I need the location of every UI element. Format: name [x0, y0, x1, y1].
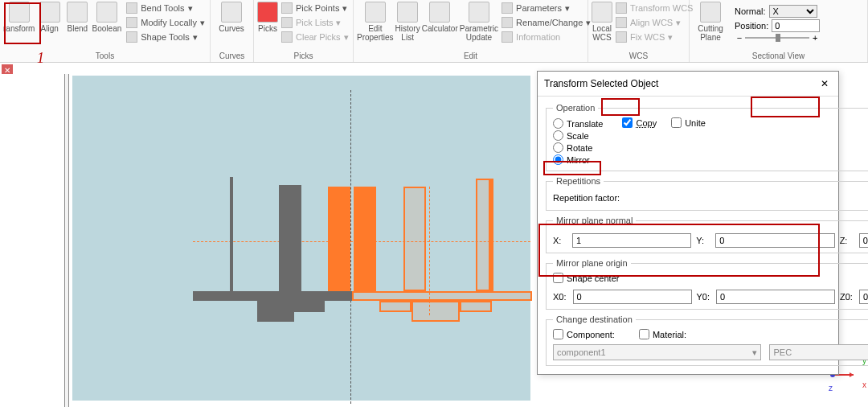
position-input[interactable] [772, 19, 820, 32]
parameters-label: Parameters [516, 3, 562, 13]
unite-label: Unite [685, 118, 706, 128]
shape-block-r3 [460, 301, 492, 312]
parameters-button[interactable]: Parameters ▾ [500, 2, 592, 14]
shape-fin-4 [403, 187, 426, 291]
copy-checkbox[interactable] [622, 117, 633, 128]
cutting-plane-icon [700, 2, 721, 23]
mirror-origin-legend: Mirror plane origin [553, 258, 631, 268]
ribbon-group-sectional: Cutting Plane Normal: X Position: − + Se… [690, 0, 868, 62]
component-value: component1 [557, 347, 606, 357]
wcs-group-label: WCS [592, 51, 686, 62]
material-value: PEC [773, 347, 792, 357]
shape-tools-button[interactable]: Shape Tools ▾ [125, 31, 207, 43]
copy-checkbox-wrap[interactable]: Copy [622, 117, 657, 128]
position-slider[interactable]: − + [735, 34, 820, 42]
mirror-normal-fieldset: Mirror plane normal X: Y: Z: [546, 216, 868, 253]
unite-checkbox-wrap[interactable]: Unite [671, 117, 706, 128]
transform-wcs-icon [616, 2, 627, 14]
history-list-button[interactable]: History List [395, 2, 420, 42]
chevron-down-icon: ▾ [752, 347, 757, 358]
shape-center-checkbox[interactable] [553, 273, 563, 283]
transform-wcs-button[interactable]: Transform WCS [614, 2, 694, 14]
repetitions-fieldset: Repetitions Repetition factor: ▲▼ [546, 176, 868, 211]
svg-marker-1 [850, 372, 854, 377]
radio-rotate[interactable] [553, 142, 563, 153]
radio-rotate-label: Rotate [567, 143, 592, 153]
rename-change-button[interactable]: Rename/Change ▾ [500, 16, 592, 29]
rename-label: Rename/Change [516, 18, 583, 27]
unite-checkbox[interactable] [671, 117, 682, 128]
blend-button[interactable]: Blend [64, 2, 91, 33]
local-wcs-button[interactable]: Local WCS [592, 2, 612, 42]
align-wcs-button[interactable]: Align WCS ▾ [614, 16, 694, 29]
transform-button[interactable]: ransform [3, 2, 35, 33]
transform-dialog: Transform Selected Object ✕ Operation Tr… [537, 71, 839, 375]
material-checkbox[interactable] [639, 329, 649, 339]
material-label: Material: [653, 330, 686, 339]
parametric-update-button[interactable]: Parametric Update [460, 2, 498, 42]
clear-picks-button[interactable]: Clear Picks ▾ [280, 31, 350, 43]
bend-tools-button[interactable]: Bend Tools ▾ [125, 2, 207, 14]
blend-label: Blend [68, 24, 88, 33]
dialog-title: Transform Selected Object [544, 78, 658, 89]
picks-icon [257, 2, 278, 23]
edit-properties-button[interactable]: Edit Properties [357, 2, 394, 42]
edit-properties-icon [365, 2, 386, 23]
modify-icon [126, 17, 137, 28]
boolean-button[interactable]: Boolean [92, 2, 122, 33]
radio-scale-label: Scale [567, 131, 589, 141]
mn-y-label: Y: [696, 236, 710, 245]
component-checkbox[interactable] [553, 329, 563, 339]
material-combo[interactable]: PEC▾ [769, 344, 868, 360]
parameters-icon [502, 2, 513, 14]
mo-y-input[interactable] [716, 290, 835, 304]
rename-icon [502, 17, 513, 28]
calculator-button[interactable]: Calculator [422, 2, 458, 33]
history-label: History List [395, 24, 420, 42]
mo-x-input[interactable] [573, 290, 692, 304]
mn-z-input[interactable] [859, 233, 868, 248]
transform-wcs-label: Transform WCS [630, 3, 693, 13]
radio-translate[interactable] [553, 118, 563, 129]
picks-button[interactable]: Picks [257, 2, 278, 33]
dialog-close-button[interactable]: ✕ [817, 76, 832, 91]
dialog-titlebar[interactable]: Transform Selected Object ✕ [538, 72, 838, 97]
position-label: Position: [735, 21, 768, 31]
pick-points-button[interactable]: Pick Points ▾ [280, 2, 350, 14]
mo-z-input[interactable] [859, 290, 868, 304]
information-button[interactable]: Information [500, 31, 592, 43]
shape-bar-left [193, 291, 354, 301]
mirror-origin-fieldset: Mirror plane origin Shape center X0: Y0:… [546, 258, 868, 310]
align-button[interactable]: Align [36, 2, 63, 33]
normal-label: Normal: [735, 6, 766, 16]
radio-scale[interactable] [553, 130, 563, 141]
modify-locally-button[interactable]: Modify Locally ▾ [125, 16, 207, 29]
picks-group-label: Picks [257, 51, 350, 62]
pick-lists-label: Pick Lists [296, 18, 333, 27]
material-checkbox-wrap[interactable]: Material: [639, 329, 686, 339]
radio-mirror[interactable] [553, 154, 563, 165]
mn-y-input[interactable] [715, 233, 834, 248]
shape-block-r2 [411, 301, 460, 322]
mo-x-label: X0: [553, 292, 567, 302]
axis-x-label: x [862, 380, 866, 389]
curves-button[interactable]: Curves [214, 2, 249, 33]
shape-center-wrap[interactable]: Shape center [553, 273, 619, 283]
shape-fin-2 [279, 185, 301, 291]
pick-lists-button[interactable]: Pick Lists ▾ [280, 16, 350, 29]
component-checkbox-wrap[interactable]: Component: [553, 329, 615, 339]
cutting-plane-label: Cutting Plane [693, 24, 728, 42]
sectional-group-label: Sectional View [693, 51, 864, 62]
calculator-label: Calculator [422, 24, 458, 33]
fix-wcs-button[interactable]: Fix WCS ▾ [614, 31, 694, 43]
ribbon-group-edit: Edit Properties History List Calculator … [354, 0, 588, 62]
copy-label: Copy [636, 118, 657, 128]
mn-x-input[interactable] [572, 233, 691, 248]
shape-fin-3 [328, 187, 350, 291]
cutting-plane-button[interactable]: Cutting Plane [693, 2, 728, 42]
normal-select[interactable]: X [769, 5, 817, 18]
curves-group-label: Curves [214, 51, 250, 62]
bend-icon [126, 2, 137, 14]
component-combo[interactable]: component1▾ [553, 344, 761, 360]
radio-translate-label: Translate [567, 119, 603, 129]
